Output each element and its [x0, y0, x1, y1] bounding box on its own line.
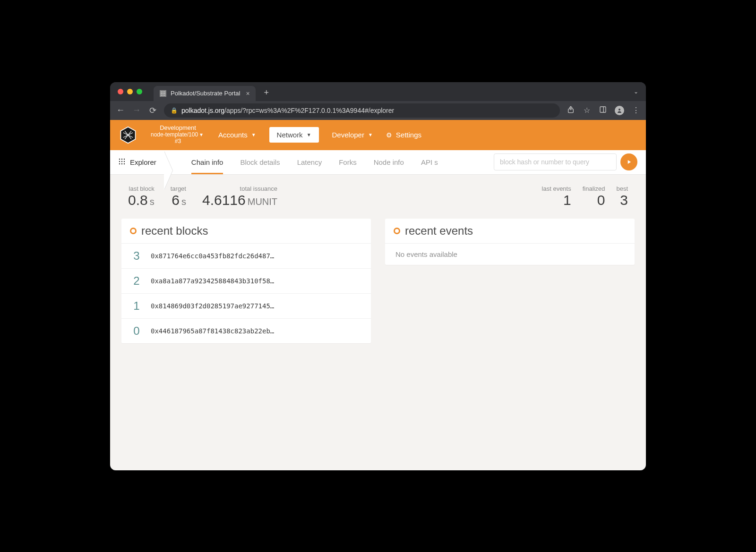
svg-point-7	[161, 94, 162, 95]
chevron-down-icon: ▼	[307, 132, 311, 137]
svg-point-3	[164, 91, 165, 92]
tab-block-details[interactable]: Block details	[240, 150, 280, 174]
menu-icon[interactable]: ⋮	[632, 106, 640, 115]
svg-point-5	[163, 93, 163, 94]
tabs-overflow-icon[interactable]: ⌄	[634, 88, 638, 95]
svg-point-9	[164, 94, 165, 95]
window-minimize-button[interactable]	[127, 89, 133, 94]
grid-icon	[119, 158, 125, 166]
svg-point-23	[121, 163, 122, 164]
chain-selector[interactable]: Development node-template/100▾ #3	[151, 125, 205, 145]
chevron-down-icon: ▼	[251, 132, 256, 137]
lock-icon: 🔒	[171, 107, 178, 114]
svg-point-17	[121, 158, 122, 159]
app-topnav: Development node-template/100▾ #3 Accoun…	[110, 120, 646, 150]
svg-rect-11	[600, 107, 606, 112]
sub-nav: Explorer Chain info Block details Latenc…	[110, 150, 646, 175]
bullet-icon	[394, 228, 400, 234]
tab-forks[interactable]: Forks	[339, 150, 357, 174]
back-button[interactable]: ←	[116, 105, 125, 115]
recent-events-card: recent events No events available	[385, 219, 635, 265]
forward-button[interactable]: →	[132, 105, 141, 115]
stats-row: last block 0.8s target 6s total issuance…	[110, 175, 646, 214]
svg-point-19	[119, 161, 120, 161]
svg-point-22	[119, 163, 120, 164]
stat-target: target 6s	[171, 185, 186, 208]
card-title: recent events	[405, 224, 473, 238]
block-number: 1	[132, 299, 141, 313]
profile-avatar[interactable]	[615, 106, 624, 115]
chain-logo[interactable]	[119, 126, 137, 144]
chain-name: Development	[160, 125, 196, 132]
block-number: 0	[132, 324, 141, 338]
chevron-down-icon: ▾	[200, 132, 203, 138]
svg-point-21	[124, 161, 125, 161]
browser-tab[interactable]: Polkadot/Substrate Portal ×	[154, 86, 256, 101]
svg-point-6	[164, 93, 165, 94]
cards-row: recent blocks 3 0x871764e6cc0a453fb82fdc…	[110, 214, 646, 343]
tab-latency[interactable]: Latency	[297, 150, 322, 174]
block-hash: 0x871764e6cc0a453fb82fdc26d487…	[151, 252, 274, 260]
stat-last-block: last block 0.8s	[128, 185, 155, 208]
sub-tabs: Chain info Block details Latency Forks N…	[191, 150, 438, 174]
panel-icon[interactable]	[599, 106, 607, 115]
stat-last-events: last events 1	[542, 185, 571, 208]
share-icon[interactable]	[567, 106, 575, 115]
traffic-lights	[118, 89, 142, 94]
recent-blocks-card: recent blocks 3 0x871764e6cc0a453fb82fdc…	[121, 219, 371, 343]
svg-point-4	[161, 93, 162, 94]
url-text: polkadot.js.org/apps/?rpc=ws%3A%2F%2F127…	[181, 107, 394, 114]
window-close-button[interactable]	[118, 89, 123, 94]
block-search-input[interactable]	[494, 153, 617, 170]
block-row[interactable]: 0 0x446187965a87f81438c823ab22eb…	[121, 319, 371, 343]
new-tab-button[interactable]: +	[264, 88, 269, 98]
tab-node-info[interactable]: Node info	[374, 150, 404, 174]
block-number: 3	[132, 249, 141, 263]
stat-best: best 3	[616, 185, 628, 208]
card-header: recent blocks	[121, 219, 371, 244]
svg-point-1	[161, 91, 162, 92]
stat-finalized: finalized 0	[583, 185, 605, 208]
node-version: node-template/100	[151, 132, 198, 138]
block-row[interactable]: 2 0xa8a1a877a923425884843b310f58…	[121, 269, 371, 294]
card-title: recent blocks	[141, 224, 208, 238]
search-go-button[interactable]	[620, 153, 637, 170]
block-hash: 0x446187965a87f81438c823ab22eb…	[151, 327, 274, 335]
search-box	[494, 153, 637, 170]
svg-point-16	[119, 158, 120, 159]
card-header: recent events	[385, 219, 635, 244]
chain-block-num: #3	[151, 138, 205, 145]
bookmark-icon[interactable]: ☆	[583, 106, 591, 115]
gear-icon: ⚙	[386, 131, 392, 139]
block-number: 2	[132, 274, 141, 288]
breadcrumb[interactable]: Explorer	[119, 158, 168, 166]
block-row[interactable]: 3 0x871764e6cc0a453fb82fdc26d487…	[121, 244, 371, 269]
browser-window: Polkadot/Substrate Portal × + ⌄ ← → ⟳ 🔒 …	[110, 82, 646, 470]
toolbar-right: ☆ ⋮	[567, 106, 640, 115]
nav-accounts[interactable]: Accounts ▼	[218, 131, 256, 139]
svg-point-8	[163, 94, 163, 95]
app-body: Development node-template/100▾ #3 Accoun…	[110, 120, 646, 470]
play-icon	[626, 159, 632, 165]
nav-network[interactable]: Network ▼	[269, 127, 319, 143]
reload-button[interactable]: ⟳	[148, 105, 157, 116]
nav-settings[interactable]: ⚙ Settings	[386, 131, 421, 139]
block-row[interactable]: 1 0x814869d03f2d0285197ae9277145…	[121, 294, 371, 319]
tab-api[interactable]: API s	[421, 150, 438, 174]
svg-point-24	[124, 163, 125, 164]
nav-developer[interactable]: Developer ▼	[332, 131, 373, 139]
titlebar: Polkadot/Substrate Portal × + ⌄	[110, 82, 646, 101]
svg-point-18	[124, 158, 125, 159]
tab-chain-info[interactable]: Chain info	[191, 150, 223, 174]
url-toolbar: ← → ⟳ 🔒 polkadot.js.org/apps/?rpc=ws%3A%…	[110, 101, 646, 120]
svg-point-13	[619, 109, 620, 110]
bullet-icon	[130, 228, 137, 234]
empty-state: No events available	[385, 244, 635, 265]
address-bar[interactable]: 🔒 polkadot.js.org/apps/?rpc=ws%3A%2F%2F1…	[164, 103, 560, 118]
window-zoom-button[interactable]	[137, 89, 142, 94]
tab-title: Polkadot/Substrate Portal	[171, 90, 240, 97]
block-hash: 0x814869d03f2d0285197ae9277145…	[151, 302, 274, 310]
close-tab-icon[interactable]: ×	[246, 90, 249, 97]
svg-point-20	[121, 161, 122, 161]
favicon-icon	[159, 90, 167, 97]
